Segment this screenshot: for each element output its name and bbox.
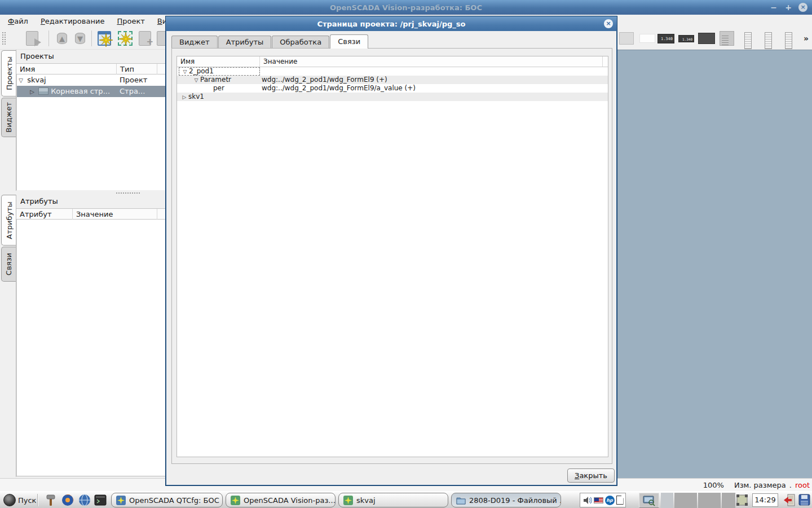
zoom-level: 100%	[703, 481, 724, 489]
keyboard-layout-flag-icon[interactable]	[594, 497, 603, 503]
show-desktop-icon[interactable]	[736, 494, 748, 508]
minimize-icon[interactable]: −	[769, 3, 778, 12]
expander-closed-icon[interactable]: ▷	[180, 93, 188, 102]
tab-processing[interactable]: Обработка	[272, 36, 329, 49]
column-header-value[interactable]: Значение	[73, 209, 157, 220]
close-icon[interactable]: ×	[798, 3, 807, 12]
taskbar-button-vision[interactable]: OpenSCADA Vision-раз...	[226, 493, 336, 507]
vertical-slider-icon[interactable]	[760, 29, 778, 47]
folder-icon	[456, 496, 466, 505]
dialog-titlebar[interactable]: Страница проекта: /prj_skvaj/pg_so ×	[166, 16, 617, 31]
workspace-pager	[661, 493, 735, 508]
browser-globe-launcher-icon[interactable]	[78, 493, 91, 507]
link-row-per[interactable]: per wdg:../wdg_2_pod1/wdg_FormEl9/a_valu…	[177, 84, 608, 93]
openscada-icon	[343, 496, 353, 505]
volume-icon[interactable]	[582, 496, 592, 505]
status-right-group: Изм. размера . root	[734, 481, 810, 489]
form-panel-icon[interactable]	[619, 29, 637, 47]
system-tray: hp	[580, 493, 626, 507]
dock-splitter[interactable]	[0, 191, 165, 195]
menu-item-file[interactable]: Файл	[8, 17, 28, 25]
workspace-2[interactable]	[674, 493, 697, 508]
toolbar-overflow-chevron-icon[interactable]: »	[804, 34, 809, 43]
left-dock: Проекты Виджет Атрибуты Связи Проекты Им…	[0, 50, 165, 478]
expander-open-icon[interactable]: ▽	[192, 76, 200, 85]
column-header-name[interactable]: Имя	[177, 56, 260, 67]
maximize-icon[interactable]: +	[784, 3, 793, 12]
main-window-titlebar[interactable]: OpenSCADA Vision-разработка: БОС − + ×	[0, 0, 812, 15]
column-header-name[interactable]: Имя	[16, 64, 117, 75]
start-button[interactable]: Пуск	[3, 493, 36, 507]
close-dialog-button[interactable]: Закрыть	[567, 468, 615, 483]
link-row-2pod1[interactable]: ▽2_pod1	[177, 67, 608, 76]
run-widget-icon[interactable]	[24, 29, 42, 47]
taskbar-button-file-manager[interactable]: 2808-D019 - Файловый ...	[451, 493, 561, 507]
expander-closed-icon[interactable]: ▷	[28, 86, 36, 98]
link-row-skv1[interactable]: ▷skv1	[177, 93, 608, 101]
column-header-value[interactable]: Значение	[260, 56, 603, 67]
new-project-icon[interactable]	[96, 29, 114, 47]
tab-widget[interactable]: Виджет	[171, 36, 218, 49]
list-widget-icon[interactable]	[718, 29, 736, 47]
toolbar-separator	[91, 30, 92, 46]
workspace-1[interactable]	[661, 493, 673, 508]
taskbar: Пуск OpenSCADA QTCfg: БОС OpenSCADA Visi…	[0, 491, 812, 508]
logout-icon[interactable]	[783, 494, 797, 508]
add-widget-icon[interactable]: +	[136, 29, 155, 47]
screen-resize-tray-button[interactable]	[639, 493, 659, 508]
text-widget-icon[interactable]	[638, 29, 656, 47]
tab-attributes[interactable]: Атрибуты	[218, 36, 272, 49]
hp-icon[interactable]: hp	[605, 496, 615, 505]
dialog-title: Страница проекта: /prj_skvaj/pg_so	[317, 20, 465, 28]
new-widget-icon[interactable]	[116, 29, 134, 47]
tree-row-skvaj[interactable]: ▽ skvaj Проект	[17, 75, 165, 86]
load-db-icon[interactable]: ▲	[53, 29, 71, 47]
menu-item-project[interactable]: Проект	[117, 17, 144, 25]
attributes-panel-title: Атрибуты	[16, 195, 165, 208]
clock[interactable]: 14:29	[752, 493, 778, 507]
star-icon	[118, 32, 133, 46]
dialog-tabs: Виджет Атрибуты Обработка Связи	[171, 34, 369, 49]
save-db-icon[interactable]: ▼	[71, 29, 89, 47]
taskbar-button-skvaj[interactable]: skvaj	[338, 493, 448, 507]
dark-panel-icon[interactable]	[698, 29, 716, 47]
vertical-slider-icon[interactable]	[739, 29, 757, 47]
attributes-table-header: Атрибут Значение	[16, 208, 165, 220]
links-tree: Имя Значение ▽2_pod1 ▽Parametr wdg:../wd…	[176, 56, 608, 457]
tree-row-root-page[interactable]: ▷ Корневая стр... Стра...	[17, 86, 165, 97]
dock-tab-projects[interactable]: Проекты	[1, 50, 16, 97]
tab-links[interactable]: Связи	[330, 34, 368, 49]
session-save-icon[interactable]	[798, 494, 810, 507]
projects-panel-title: Проекты	[16, 50, 165, 63]
dock-tab-widget[interactable]: Виджет	[1, 98, 16, 137]
toolbar-drag-handle[interactable]	[2, 32, 6, 45]
attributes-table-body	[16, 220, 165, 476]
expander-open-icon[interactable]: ▽	[17, 75, 25, 86]
dock-tab-attributes[interactable]: Атрибуты	[1, 195, 16, 246]
taskbar-separator	[37, 494, 38, 506]
links-tree-header: Имя Значение	[177, 56, 608, 67]
firefox-launcher-icon[interactable]	[61, 493, 74, 507]
column-header-type[interactable]: Тип	[117, 64, 157, 75]
dock-tab-links[interactable]: Связи	[1, 247, 16, 282]
desktop: OpenSCADA Vision-разработка: БОС − + × Ф…	[0, 0, 812, 508]
link-row-parametr[interactable]: ▽Parametr wdg:../wdg_2_pod1/wdg_FormEl9 …	[177, 76, 608, 84]
window-controls: − + ×	[769, 0, 807, 15]
openscada-icon	[116, 496, 126, 505]
lcd-display-icon[interactable]: 1.340	[657, 29, 675, 47]
monitor-magnifier-icon	[643, 495, 655, 506]
expander-open-icon[interactable]: ▽	[181, 68, 189, 76]
terminal-launcher-icon[interactable]	[94, 493, 107, 507]
column-header-attribute[interactable]: Атрибут	[16, 209, 73, 220]
menu-item-edit[interactable]: Редактирование	[41, 17, 104, 25]
vertical-slider-icon[interactable]	[780, 29, 798, 47]
dialog-close-icon[interactable]: ×	[604, 19, 613, 28]
workspace-4[interactable]	[722, 493, 735, 508]
lcd-display-small-icon[interactable]: 1.340	[677, 29, 695, 47]
tool-launcher-icon[interactable]	[44, 493, 58, 507]
taskbar-button-qtcfg[interactable]: OpenSCADA QTCfg: БОС	[111, 493, 223, 507]
document-tray-icon[interactable]	[616, 496, 624, 505]
openscada-icon	[231, 496, 240, 505]
workspace-3[interactable]	[698, 493, 721, 508]
links-tab-page: Имя Значение ▽2_pod1 ▽Parametr wdg:../wd…	[171, 48, 612, 464]
